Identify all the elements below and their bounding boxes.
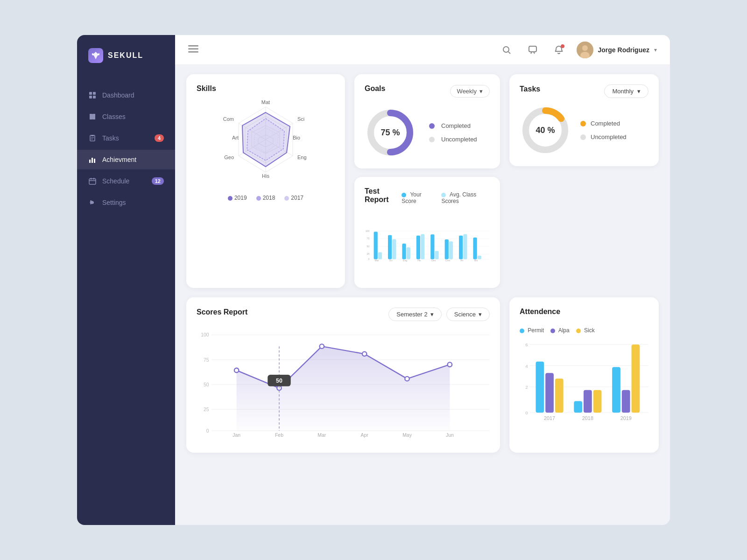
radar-container: Mat Sci Eng His Geo Com Art Bio 2019 (197, 98, 335, 201)
svg-rect-69 (478, 256, 481, 259)
goals-period-selector[interactable]: Weekly ▾ (450, 85, 490, 98)
svg-text:50: 50 (204, 382, 209, 387)
chevron-down-icon: ▾ (637, 88, 641, 95)
svg-rect-62 (430, 234, 434, 259)
svg-text:Com: Com (445, 259, 450, 262)
menu-button[interactable] (188, 44, 198, 55)
svg-text:100: 100 (201, 332, 209, 337)
svg-rect-66 (459, 236, 463, 259)
chevron-down-icon: ▾ (430, 311, 434, 318)
svg-text:Art: Art (232, 135, 239, 140)
svg-text:Geo: Geo (431, 259, 436, 262)
svg-text:Art: Art (460, 259, 464, 262)
svg-rect-61 (421, 234, 424, 259)
legend-2018: 2018 (256, 195, 275, 201)
svg-rect-63 (435, 251, 438, 259)
sick-legend: Sick (576, 327, 595, 334)
svg-rect-67 (463, 234, 467, 259)
notification-button[interactable] (550, 42, 567, 58)
alpa-legend: Alpa (550, 327, 570, 334)
svg-text:4: 4 (525, 364, 528, 369)
sidebar-label-dashboard: Dashboard (102, 91, 134, 99)
svg-text:25: 25 (367, 252, 370, 255)
header: Jorge Rodriguez ▾ (175, 35, 670, 65)
tasks-donut-label: 40 % (536, 126, 555, 135)
svg-text:0: 0 (368, 258, 369, 260)
svg-text:His: His (262, 173, 269, 179)
svg-text:100: 100 (366, 230, 370, 232)
scores-filters: Semester 2 ▾ Science ▾ (388, 308, 490, 321)
svg-text:75: 75 (367, 237, 370, 240)
svg-rect-55 (378, 252, 382, 259)
test-report-card: Test Report Your Score Avg. Class Scores (354, 177, 500, 288)
svg-rect-57 (392, 239, 396, 259)
sidebar-item-achievement[interactable]: Achievment (77, 150, 175, 169)
svg-text:6: 6 (525, 342, 528, 347)
subject-selector[interactable]: Science ▾ (446, 308, 490, 321)
svg-text:Com: Com (223, 116, 234, 122)
svg-text:Jan: Jan (233, 433, 240, 438)
svg-rect-119 (593, 390, 602, 413)
sidebar-item-tasks[interactable]: Tasks 4 (77, 128, 175, 148)
tasks-content: 40 % Completed Uncompleted (520, 105, 648, 156)
scores-title: Scores Report (197, 308, 247, 316)
tasks-donut: 40 % (520, 105, 571, 156)
svg-text:Mat: Mat (261, 99, 270, 105)
sidebar-item-classes[interactable]: Classes (77, 107, 175, 126)
svg-rect-120 (612, 367, 620, 413)
svg-rect-11 (89, 179, 96, 184)
svg-text:Sci: Sci (389, 259, 393, 262)
sidebar-item-dashboard[interactable]: Dashboard (77, 85, 175, 105)
attendance-card: Attendence Permit Alpa Sic (509, 297, 659, 453)
svg-text:50: 50 (276, 378, 282, 384)
full-layout: Skills (175, 65, 670, 525)
test-report-chart: 100 75 50 25 0 (365, 215, 490, 276)
svg-text:Eng: Eng (403, 259, 407, 262)
sidebar-item-settings[interactable]: Settings (77, 193, 175, 212)
svg-rect-9 (92, 158, 93, 163)
svg-point-93 (320, 344, 324, 349)
svg-rect-121 (622, 390, 630, 413)
svg-text:2017: 2017 (544, 415, 555, 421)
svg-rect-59 (407, 247, 410, 259)
radar-chart: Mat Sci Eng His Geo Com Art Bio (210, 98, 322, 191)
sidebar-label-achievement: Achievment (102, 156, 136, 163)
legend-2017: 2017 (284, 195, 303, 201)
search-button[interactable] (498, 42, 515, 58)
svg-text:Mat: Mat (374, 259, 379, 262)
svg-rect-122 (632, 344, 640, 413)
attendance-chart: 6 4 2 0 (520, 340, 648, 429)
goals-donut-label: 75 % (381, 128, 400, 138)
legend-2019: 2019 (228, 195, 247, 201)
notification-dot (561, 44, 564, 48)
clipboard-icon (88, 134, 97, 142)
svg-rect-1 (93, 92, 96, 95)
svg-text:Sci: Sci (297, 116, 304, 122)
svg-rect-3 (93, 96, 96, 98)
svg-rect-10 (94, 159, 95, 163)
logo-area: SEKULL (77, 35, 175, 76)
svg-line-19 (508, 52, 510, 54)
sidebar-label-schedule: Schedule (102, 177, 129, 185)
sidebar-label-tasks: Tasks (102, 134, 119, 142)
goals-donut: 75 % (365, 107, 416, 158)
user-info[interactable]: Jorge Rodriguez ▾ (577, 42, 657, 58)
svg-text:Feb: Feb (275, 433, 283, 438)
chat-button[interactable] (524, 42, 541, 58)
semester-selector[interactable]: Semester 2 ▾ (388, 308, 441, 321)
scores-chart: 100 75 50 25 0 (197, 329, 490, 441)
avg-score-legend: Avg. Class Scores (441, 191, 490, 204)
svg-text:2: 2 (525, 385, 528, 390)
sidebar-item-schedule[interactable]: Schedule 12 (77, 171, 175, 191)
svg-rect-114 (536, 362, 544, 413)
monthly-selector[interactable]: Monthly ▾ (604, 84, 648, 98)
your-score-legend: Your Score (402, 191, 434, 204)
tasks-legend: Completed Uncompleted (580, 120, 627, 140)
sidebar: SEKULL Dashboard (77, 35, 175, 525)
svg-rect-118 (584, 390, 592, 413)
svg-rect-116 (555, 378, 564, 413)
svg-text:Bio: Bio (474, 259, 478, 262)
svg-marker-90 (237, 346, 450, 431)
attendance-title: Attendence (520, 308, 560, 316)
avatar (577, 42, 593, 58)
